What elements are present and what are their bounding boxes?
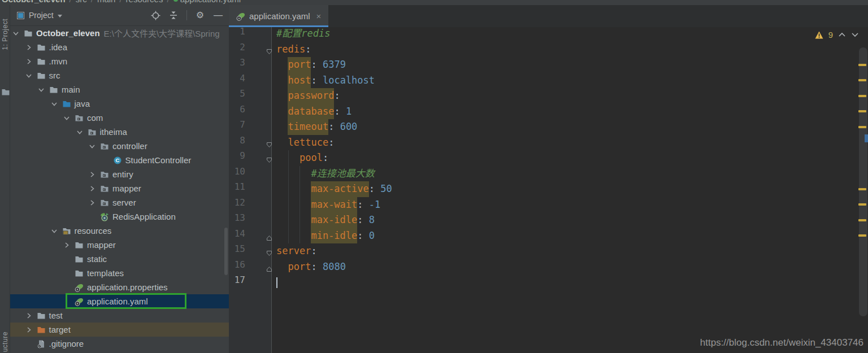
- chevron-down-icon[interactable]: [75, 128, 84, 137]
- warning-stripe-mark[interactable]: [858, 203, 866, 206]
- chevron-right-icon[interactable]: [24, 57, 33, 66]
- chevron-up-icon[interactable]: [838, 32, 846, 37]
- code-line[interactable]: database: 1: [272, 104, 868, 120]
- tree-item-resources[interactable]: resources: [10, 224, 229, 238]
- chevron-right-icon[interactable]: [88, 184, 97, 193]
- settings-icon[interactable]: ⚙: [195, 10, 205, 20]
- code-line[interactable]: max-idle: 8: [272, 212, 868, 228]
- tree-item-.mvn[interactable]: .mvn: [10, 54, 229, 68]
- tree-item-.gitignore[interactable]: .gitignore: [10, 337, 229, 351]
- chevron-down-icon[interactable]: [50, 99, 59, 108]
- tree-item-mapper[interactable]: mapper: [10, 238, 229, 252]
- breadcrumb-item[interactable]: src: [76, 0, 87, 5]
- tab-application-yaml[interactable]: application.yaml ×: [229, 5, 328, 27]
- inspections-widget[interactable]: 9: [815, 30, 859, 40]
- code-line[interactable]: timeout: 600: [272, 119, 868, 135]
- folder-icon: [37, 57, 46, 66]
- springboot-icon: [100, 212, 109, 221]
- tree-item-static[interactable]: static: [10, 252, 229, 266]
- tree-item-java[interactable]: java: [10, 97, 229, 111]
- breadcrumb-item[interactable]: application.yaml: [180, 0, 241, 5]
- toolbar-separator: [186, 10, 187, 20]
- tree-item-entiry[interactable]: entiry: [10, 167, 229, 181]
- code-area[interactable]: #配置redisredis: port: 6379 host: localhos…: [272, 27, 868, 290]
- tree-scrollbar-thumb[interactable]: [224, 228, 228, 275]
- tree-item-application.properties[interactable]: application.properties: [10, 280, 229, 294]
- close-icon[interactable]: ×: [316, 11, 322, 21]
- chevron-right-icon[interactable]: [88, 198, 97, 207]
- tool-window-button-project[interactable]: 1: Project: [1, 19, 9, 50]
- breadcrumb-item[interactable]: resources: [126, 0, 163, 5]
- warning-stripe-mark[interactable]: [858, 234, 866, 237]
- code-line[interactable]: [272, 274, 868, 290]
- code-line[interactable]: host: localhost: [272, 73, 868, 89]
- tree-item-label: main: [62, 85, 80, 94]
- tree-item-controller[interactable]: controller: [10, 139, 229, 153]
- warning-stripe-mark[interactable]: [858, 219, 866, 221]
- warning-stripe-mark[interactable]: [858, 126, 866, 128]
- chevron-right-icon[interactable]: [24, 43, 33, 52]
- project-folder-icon[interactable]: [1, 88, 9, 95]
- tree-item-redisapplication[interactable]: RedisApplication: [10, 210, 229, 224]
- locate-icon[interactable]: [150, 10, 160, 20]
- caret-stripe-mark[interactable]: [865, 134, 868, 142]
- code-line[interactable]: password:: [272, 88, 868, 104]
- chevron-down-icon[interactable]: [88, 142, 97, 151]
- tree-item-target[interactable]: target: [10, 323, 229, 337]
- tree-item-label: application.properties: [87, 282, 168, 292]
- code-line[interactable]: lettuce:: [272, 135, 868, 151]
- chevron-right-icon[interactable]: [24, 325, 33, 334]
- tree-item-com[interactable]: com: [10, 111, 229, 125]
- tool-window-button-structure[interactable]: ucture: [1, 332, 9, 352]
- warning-stripe-mark[interactable]: [858, 64, 866, 66]
- tree-item-server[interactable]: server: [10, 195, 229, 210]
- tree-item-itheima[interactable]: itheima: [10, 125, 229, 139]
- tree-item-studentcontroller[interactable]: CStudentController: [10, 153, 229, 167]
- breadcrumb-separator: /: [70, 0, 72, 5]
- chevron-right-icon[interactable]: [62, 241, 71, 250]
- code-line[interactable]: min-idle: 0: [272, 228, 868, 244]
- text-caret: [276, 277, 277, 288]
- warning-stripe-mark[interactable]: [858, 110, 866, 112]
- code-line[interactable]: port: 6379: [272, 57, 868, 73]
- tree-item-label: target: [49, 325, 71, 334]
- warning-stripe-mark[interactable]: [858, 95, 866, 97]
- hide-icon[interactable]: —: [213, 10, 223, 20]
- code-line[interactable]: port: 8080: [272, 259, 868, 275]
- code-line[interactable]: max-wait: -1: [272, 197, 868, 213]
- collapse-all-icon[interactable]: [168, 10, 179, 20]
- chevron-down-icon[interactable]: [11, 29, 20, 38]
- chevron-right-icon[interactable]: [24, 311, 33, 320]
- tree-item-label: .gitignore: [49, 339, 84, 348]
- editor-scrollbar-thumb[interactable]: [859, 47, 867, 316]
- code-line[interactable]: #配置redis: [272, 27, 868, 42]
- code-line[interactable]: max-active: 50: [272, 181, 868, 197]
- tree-item-october-eleven[interactable]: October_elevenE:\个人文件夹\大学课程\Spring: [10, 26, 229, 40]
- breadcrumb-separator: /: [91, 0, 93, 5]
- breadcrumb[interactable]: October_eleven/src/main/resources/applic…: [0, 0, 868, 5]
- code-line[interactable]: redis:: [272, 42, 868, 58]
- tree-item-main[interactable]: main: [10, 82, 229, 97]
- chevron-down-icon[interactable]: [851, 32, 859, 37]
- project-panel-title[interactable]: Project: [29, 11, 54, 20]
- tree-item-src[interactable]: src: [10, 68, 229, 82]
- code-line[interactable]: pool:: [272, 150, 868, 166]
- tree-item-test[interactable]: test: [10, 308, 229, 323]
- code-line[interactable]: server:: [272, 243, 868, 259]
- breadcrumb-item[interactable]: main: [97, 0, 116, 5]
- chevron-down-icon[interactable]: [37, 85, 46, 94]
- chevron-down-icon[interactable]: [62, 114, 71, 123]
- warning-stripe-mark[interactable]: [858, 79, 866, 81]
- chevron-down-icon[interactable]: [58, 15, 62, 18]
- breadcrumb-item[interactable]: October_eleven: [2, 0, 66, 5]
- chevron-down-icon[interactable]: [50, 226, 59, 236]
- chevron-right-icon[interactable]: [88, 170, 97, 179]
- code-line[interactable]: #连接池最大数: [272, 166, 868, 182]
- chevron-down-icon[interactable]: [24, 71, 33, 80]
- warning-stripe-mark[interactable]: [858, 188, 866, 190]
- tree-item-.idea[interactable]: .idea: [10, 40, 229, 54]
- editor-body[interactable]: 1234567891011121314151617 #配置redisredis:…: [229, 27, 868, 353]
- tree-item-mapper[interactable]: mapper: [10, 181, 229, 195]
- tree-item-application.yaml[interactable]: application.yaml: [10, 294, 229, 308]
- tree-item-templates[interactable]: templates: [10, 266, 229, 280]
